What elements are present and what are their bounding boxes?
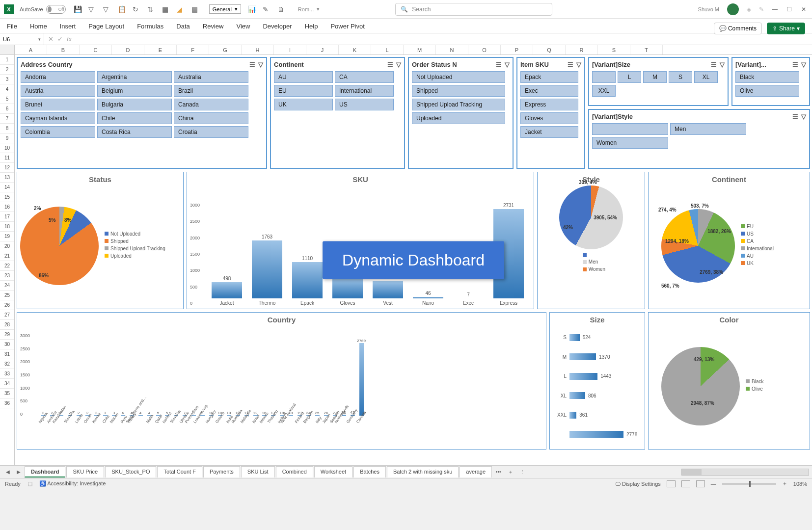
zoom-slider[interactable] xyxy=(722,483,776,485)
col-header[interactable]: G xyxy=(209,45,242,54)
row-header[interactable]: 17 xyxy=(0,212,14,222)
slicer-item[interactable]: Bulgaria xyxy=(97,99,172,110)
multi-select-icon[interactable]: ☰ xyxy=(792,61,798,68)
bar[interactable]: 2778 xyxy=(555,431,640,438)
tab-help[interactable]: Help xyxy=(305,23,318,33)
row-header[interactable]: 36 xyxy=(0,398,14,408)
row-header[interactable]: 33 xyxy=(0,369,14,379)
paste-icon[interactable]: 📋 xyxy=(118,5,126,13)
slicer-item[interactable]: Colombia xyxy=(21,126,95,138)
format-icon[interactable]: ✎ xyxy=(263,5,271,13)
worksheet-canvas[interactable]: Address Country☰▽ AndorraArgentinaAustra… xyxy=(15,55,812,465)
clear-filter-icon[interactable]: ▽ xyxy=(505,61,510,68)
clear-filter-icon[interactable]: ▽ xyxy=(576,61,581,68)
bar[interactable]: 1110Epack xyxy=(292,256,323,306)
tab-insert[interactable]: Insert xyxy=(60,23,76,33)
col-header[interactable]: R xyxy=(566,45,598,54)
row-header[interactable]: 10 xyxy=(0,143,14,153)
display-settings-button[interactable]: 🖵 Display Settings xyxy=(615,481,661,487)
close-icon[interactable]: ✕ xyxy=(801,6,808,13)
row-header[interactable]: 30 xyxy=(0,340,14,349)
slicer-continent[interactable]: Continent☰▽ AUCAEUInternationalUKUS xyxy=(270,57,405,169)
sheet-tab[interactable]: SKU List xyxy=(241,466,275,477)
slicer-item[interactable]: Brazil xyxy=(174,85,248,97)
slicer-item[interactable]: Olive xyxy=(735,85,799,97)
number-format-dropdown[interactable]: General▾ xyxy=(209,4,241,14)
bar[interactable]: 4Saint Pierre and… xyxy=(136,411,145,446)
row-header[interactable]: 15 xyxy=(0,192,14,202)
row-header[interactable]: 1 xyxy=(0,55,14,65)
slicer-item[interactable]: Argentina xyxy=(97,71,172,83)
slicer-item[interactable]: XXL xyxy=(592,85,616,97)
row-header[interactable]: 31 xyxy=(0,349,14,359)
slicer-item[interactable]: Croatia xyxy=(174,126,248,138)
filter-clear-icon[interactable]: ▽ xyxy=(103,5,111,13)
slicer-variant-color[interactable]: [Variant]...☰▽ BlackOlive xyxy=(731,57,810,106)
multi-select-icon[interactable]: ☰ xyxy=(568,61,573,68)
autosave-toggle[interactable]: AutoSave Off xyxy=(20,5,66,14)
new-sheet-icon[interactable]: ＋ xyxy=(505,469,516,476)
slicer-item[interactable]: Cayman Islands xyxy=(21,112,95,124)
slicer-item[interactable]: Brunei xyxy=(21,99,95,110)
view-page-break-icon[interactable] xyxy=(696,480,705,487)
slicer-item[interactable] xyxy=(592,123,668,135)
row-header[interactable]: 12 xyxy=(0,163,14,173)
clear-filter-icon[interactable]: ▽ xyxy=(801,113,806,120)
tab-view[interactable]: View xyxy=(236,23,250,33)
slicer-item[interactable]: Australia xyxy=(174,71,248,83)
zoom-out-icon[interactable]: — xyxy=(711,481,716,487)
clear-filter-icon[interactable]: ▽ xyxy=(396,61,401,68)
tab-developer[interactable]: Developer xyxy=(263,23,292,33)
slicer-item[interactable]: L xyxy=(618,71,641,83)
sheet-tab[interactable]: Dashboard xyxy=(25,466,65,477)
row-header[interactable]: 6 xyxy=(0,104,14,114)
bar[interactable]: XL806 xyxy=(555,392,640,399)
chart-status[interactable]: Status 2% 5% 8% 86% Not Uploaded Shipped… xyxy=(17,172,184,309)
row-header[interactable]: 23 xyxy=(0,271,14,281)
multi-select-icon[interactable]: ☰ xyxy=(249,61,255,68)
slicer-item[interactable]: Gloves xyxy=(520,112,578,124)
accessibility-status[interactable]: ♿ Accessibility: Investigate xyxy=(39,480,106,487)
slicer-item-sku[interactable]: Item SKU☰▽ EpackExecExpressGlovesJacket xyxy=(516,57,585,169)
bar[interactable]: L1443 xyxy=(555,373,640,380)
bar[interactable]: XXL361 xyxy=(555,412,640,419)
row-header[interactable]: 5 xyxy=(0,94,14,104)
freeze-icon[interactable]: ▤ xyxy=(191,5,199,13)
pen-icon[interactable]: ✎ xyxy=(759,6,764,13)
clear-filter-icon[interactable]: ▽ xyxy=(258,61,263,68)
col-header[interactable]: Q xyxy=(533,45,566,54)
slicer-item[interactable]: Canada xyxy=(174,99,248,110)
slicer-item[interactable] xyxy=(592,71,616,83)
slicer-item[interactable]: Austria xyxy=(21,85,95,97)
tabs-more-icon[interactable]: ••• xyxy=(493,469,504,475)
save-icon[interactable]: 💾 xyxy=(74,5,81,13)
row-header[interactable]: 8 xyxy=(0,124,14,133)
minimize-icon[interactable]: — xyxy=(772,6,779,13)
row-header[interactable]: 32 xyxy=(0,359,14,369)
slicer-item[interactable]: Uploaded xyxy=(412,112,505,124)
col-header[interactable]: E xyxy=(144,45,177,54)
doc-icon[interactable]: 🗎 xyxy=(277,5,285,13)
multi-select-icon[interactable]: ☰ xyxy=(792,113,798,120)
bar[interactable]: 1763Thermo xyxy=(252,234,282,306)
col-header[interactable]: F xyxy=(177,45,209,54)
clear-filter-icon[interactable]: ▽ xyxy=(801,61,806,68)
slicer-item[interactable]: Not Uploaded xyxy=(412,71,505,83)
col-header[interactable]: J xyxy=(306,45,339,54)
font-dropdown[interactable]: Rom...▾ xyxy=(295,5,323,13)
bar[interactable]: 46Nano xyxy=(413,291,443,306)
chart-color[interactable]: Color 429, 13% 2948, 87% Black Olive xyxy=(648,312,810,450)
view-page-layout-icon[interactable] xyxy=(681,480,690,487)
chart-country[interactable]: Country 0500100015002000250030002Nigeria… xyxy=(17,312,546,450)
bar[interactable]: 518Vest xyxy=(373,275,403,306)
col-header[interactable]: T xyxy=(630,45,663,54)
col-header[interactable]: I xyxy=(274,45,306,54)
row-header[interactable]: 24 xyxy=(0,281,14,291)
row-header[interactable]: 20 xyxy=(0,241,14,251)
col-header[interactable]: B xyxy=(47,45,80,54)
col-header[interactable]: H xyxy=(242,45,274,54)
row-header[interactable]: 18 xyxy=(0,222,14,232)
sheet-tab[interactable]: average xyxy=(460,466,492,477)
maximize-icon[interactable]: ☐ xyxy=(786,6,793,13)
row-header[interactable]: 21 xyxy=(0,251,14,261)
